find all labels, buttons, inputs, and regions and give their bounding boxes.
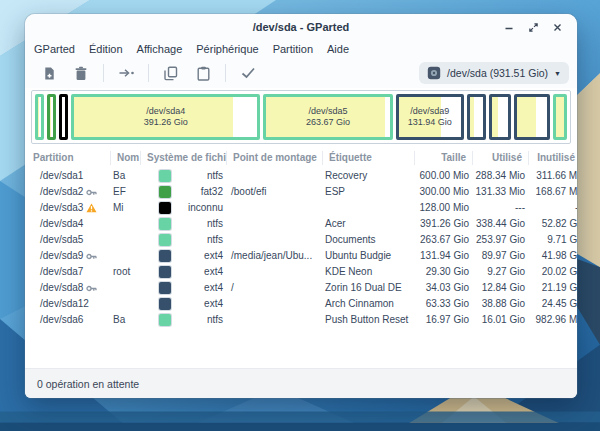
filesystem-name: ntfs: [171, 168, 227, 184]
disk-segment-sda2[interactable]: [47, 94, 56, 140]
device-selector[interactable]: /dev/sda (931.51 Gio) ▼: [419, 62, 569, 84]
filesystem-cell: ntfs: [141, 232, 227, 248]
menu-item-3[interactable]: Périphérique: [189, 42, 265, 56]
partition-used: 38.88 Gio: [473, 296, 529, 312]
menu-item-5[interactable]: Aide: [320, 42, 356, 56]
disk-segment-sda8[interactable]: [489, 94, 511, 140]
partition-unused: 21.19 Gio: [529, 280, 577, 296]
new-partition-icon: [42, 66, 57, 81]
column-header-filesystem[interactable]: Système de fichiers: [141, 151, 227, 165]
filesystem-color-swatch: [159, 314, 171, 326]
toolbar-separator: [148, 64, 149, 82]
table-row[interactable]: /dev/sda9ext4/media/jean/Ubu...Ubuntu Bu…: [25, 248, 577, 264]
column-header-nom[interactable]: Nom: [111, 151, 141, 165]
minimize-button[interactable]: [501, 19, 517, 35]
toolbar: /dev/sda (931.51 Gio) ▼: [25, 58, 577, 88]
toolbar-separator: [103, 64, 104, 82]
disk-segment-sda4[interactable]: /dev/sda4391.26 Gio: [71, 94, 260, 140]
partition-label: Acer: [323, 216, 415, 232]
partition-nom: EF: [111, 184, 141, 200]
partition-size: 300.00 Mio: [415, 184, 473, 200]
menu-item-2[interactable]: Affichage: [130, 42, 190, 56]
partition-unused: 20.02 Gio: [529, 264, 577, 280]
used-space-fill: [556, 97, 563, 137]
column-header-partition[interactable]: Partition: [25, 151, 111, 165]
key-icon: [86, 252, 97, 261]
table-body: /dev/sda1BantfsRecovery600.00 Mio288.34 …: [25, 168, 577, 328]
partition-name: /dev/sda5: [25, 232, 111, 248]
paste-partition-button[interactable]: [190, 61, 216, 85]
menubar: GPartedÉditionAffichagePériphériqueParti…: [25, 40, 577, 58]
filesystem-cell: ntfs: [141, 312, 227, 328]
warning-icon: [86, 203, 97, 213]
partition-size: 391.26 Gio: [415, 216, 473, 232]
filesystem-name: ext4: [171, 280, 227, 296]
disk-segment-sda9[interactable]: /dev/sda9131.94 Gio: [396, 94, 464, 140]
restore-button[interactable]: [525, 19, 541, 35]
chevron-down-icon: ▼: [554, 70, 561, 77]
menu-item-1[interactable]: Édition: [82, 42, 130, 56]
statusbar: 0 opération en attente: [25, 368, 577, 398]
table-row[interactable]: /dev/sda12ext4Arch Cinnamon63.33 Gio38.8…: [25, 296, 577, 312]
disk-segment-sda7[interactable]: [467, 94, 487, 140]
paste-icon: [197, 66, 210, 81]
table-row[interactable]: /dev/sda2EFfat32/boot/efiESP300.00 Mio13…: [25, 184, 577, 200]
filesystem-color-swatch: [159, 266, 171, 278]
disk-segment-sda3[interactable]: [59, 94, 68, 140]
partition-nom: Ba: [111, 168, 141, 184]
filesystem-cell: ext4: [141, 280, 227, 296]
filesystem-color-swatch: [159, 170, 171, 182]
filesystem-color-swatch: [159, 186, 171, 198]
partition-unused: 982.96 Mio: [529, 312, 577, 328]
desktop: /dev/sda - GParted GPartedÉditionAfficha…: [0, 0, 600, 431]
column-header-size[interactable]: Taille: [415, 151, 473, 165]
partition-label: Zorin 16 Dual DE: [323, 280, 415, 296]
column-header-used[interactable]: Utilisé: [473, 151, 529, 165]
column-header-unused[interactable]: Inutilisé: [529, 151, 577, 165]
window-title: /dev/sda - GParted: [25, 21, 577, 33]
resize-move-button[interactable]: [113, 61, 139, 85]
filesystem-name: inconnu: [171, 200, 227, 216]
toolbar-separator: [225, 64, 226, 82]
disk-segment-sda6[interactable]: [553, 94, 567, 140]
copy-icon: [164, 66, 178, 81]
partition-label: Push Button Reset: [323, 312, 415, 328]
disk-bar-area: /dev/sda4391.26 Gio/dev/sda5263.67 Gio/d…: [25, 88, 577, 148]
titlebar[interactable]: /dev/sda - GParted: [25, 14, 577, 40]
table-row[interactable]: /dev/sda4ntfsAcer391.26 Gio338.44 Gio52.…: [25, 216, 577, 232]
disk-segment-sda1[interactable]: [35, 94, 44, 140]
menu-item-0[interactable]: GParted: [27, 42, 82, 56]
apply-operations-button[interactable]: [235, 61, 261, 85]
filesystem-name: ext4: [171, 248, 227, 264]
table-row[interactable]: /dev/sda8ext4/Zorin 16 Dual DE34.03 Gio1…: [25, 280, 577, 296]
partition-name: /dev/sda4: [25, 216, 111, 232]
table-header: Partition Nom Système de fichiers Point …: [25, 148, 577, 168]
table-row[interactable]: /dev/sda1BantfsRecovery600.00 Mio288.34 …: [25, 168, 577, 184]
column-header-label[interactable]: Étiquette: [323, 151, 415, 165]
copy-partition-button[interactable]: [158, 61, 184, 85]
disk-segment-sda12[interactable]: [514, 94, 550, 140]
close-icon[interactable]: [549, 19, 565, 35]
filesystem-cell: ext4: [141, 296, 227, 312]
partition-label: KDE Neon: [323, 264, 415, 280]
table-row[interactable]: /dev/sda7rootext4KDE Neon29.30 Gio9.27 G…: [25, 264, 577, 280]
menu-item-4[interactable]: Partition: [266, 42, 320, 56]
new-partition-button[interactable]: [36, 61, 62, 85]
partition-table: Partition Nom Système de fichiers Point …: [25, 148, 577, 328]
partition-label: Documents: [323, 232, 415, 248]
partition-size: 128.00 Mio: [415, 200, 473, 216]
column-header-mountpoint[interactable]: Point de montage: [227, 151, 323, 165]
table-row[interactable]: /dev/sda5ntfsDocuments263.67 Gio253.97 G…: [25, 232, 577, 248]
filesystem-color-swatch: [159, 298, 171, 310]
mount-point: /boot/efi: [227, 184, 323, 200]
partition-used: 131.33 Mio: [473, 184, 529, 200]
checkmark-icon: [241, 67, 256, 79]
delete-partition-button[interactable]: [68, 61, 94, 85]
trash-icon: [74, 66, 88, 81]
mount-point: /media/jean/Ubu...: [227, 248, 323, 264]
table-row[interactable]: /dev/sda3Miinconnu128.00 Mio------: [25, 200, 577, 216]
table-row[interactable]: /dev/sda6BantfsPush Button Reset16.97 Gi…: [25, 312, 577, 328]
partition-unused: ---: [529, 200, 577, 216]
disk-segment-sda5[interactable]: /dev/sda5263.67 Gio: [263, 94, 393, 140]
partition-size: 131.94 Gio: [415, 248, 473, 264]
